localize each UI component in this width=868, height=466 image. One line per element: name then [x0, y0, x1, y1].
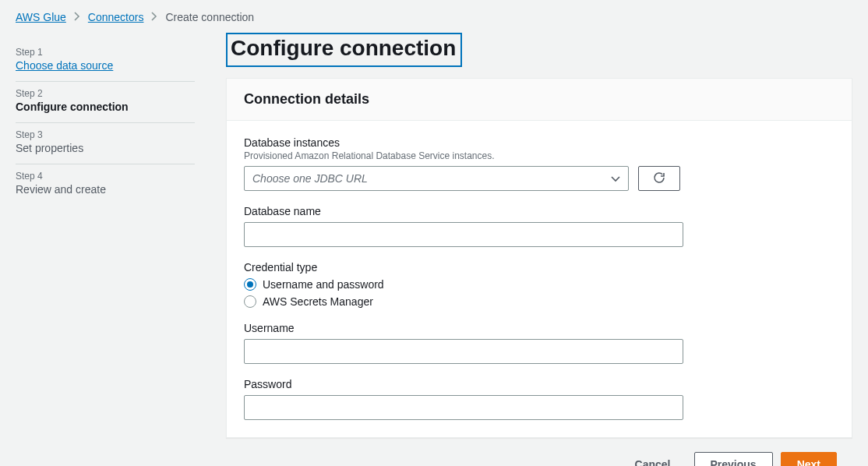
field-label: Username [244, 322, 834, 334]
select-placeholder: Choose one JDBC URL [252, 172, 368, 185]
password-field: Password [244, 378, 834, 420]
radio-label: AWS Secrets Manager [263, 295, 373, 308]
panel-header: Connection details [227, 79, 852, 121]
credential-type-radio-userpass[interactable]: Username and password [244, 278, 834, 291]
refresh-button[interactable] [638, 166, 680, 191]
next-button[interactable]: Next [781, 452, 837, 466]
breadcrumb-section[interactable]: Connectors [88, 11, 144, 23]
radio-label: Username and password [263, 278, 384, 291]
field-label: Credential type [244, 261, 834, 274]
breadcrumb: AWS Glue Connectors Create connection [0, 0, 868, 33]
cancel-button[interactable]: Cancel [619, 452, 686, 466]
step-title: Set properties [16, 142, 195, 154]
field-label: Database name [244, 205, 834, 217]
radio-icon [244, 295, 256, 308]
panel-title: Connection details [244, 91, 834, 108]
connection-details-panel: Connection details Database instances Pr… [226, 78, 852, 438]
wizard-footer: Cancel Previous Next [226, 438, 852, 466]
field-label: Password [244, 378, 834, 390]
step-label: Step 3 [16, 129, 195, 140]
wizard-step-3: Step 3 Set properties [16, 123, 195, 164]
previous-button[interactable]: Previous [694, 452, 773, 466]
caret-down-icon [611, 172, 620, 185]
chevron-right-icon [151, 11, 157, 23]
breadcrumb-root[interactable]: AWS Glue [16, 11, 66, 23]
database-name-field: Database name [244, 205, 834, 247]
breadcrumb-current: Create connection [165, 11, 254, 23]
page-title: Configure connection [226, 33, 462, 67]
step-label: Step 2 [16, 88, 195, 99]
database-instances-field: Database instances Provisioned Amazon Re… [244, 136, 834, 191]
chevron-right-icon [74, 11, 80, 23]
password-input[interactable] [244, 395, 683, 420]
refresh-icon [653, 171, 665, 186]
radio-icon [244, 278, 256, 291]
field-label: Database instances [244, 136, 834, 149]
step-label: Step 4 [16, 171, 195, 182]
step-label: Step 1 [16, 47, 195, 58]
wizard-steps: Step 1 Choose data source Step 2 Configu… [16, 33, 195, 466]
credential-type-radio-secrets[interactable]: AWS Secrets Manager [244, 295, 834, 308]
step-title: Configure connection [16, 101, 195, 113]
database-name-input[interactable] [244, 222, 683, 247]
step-title[interactable]: Choose data source [16, 59, 195, 72]
wizard-step-4: Step 4 Review and create [16, 164, 195, 205]
username-input[interactable] [244, 339, 683, 364]
credential-type-field: Credential type Username and password AW… [244, 261, 834, 308]
wizard-step-1[interactable]: Step 1 Choose data source [16, 41, 195, 82]
wizard-step-2: Step 2 Configure connection [16, 82, 195, 123]
field-description: Provisioned Amazon Relational Database S… [244, 150, 834, 161]
database-instances-select[interactable]: Choose one JDBC URL [244, 166, 629, 191]
username-field: Username [244, 322, 834, 364]
step-title: Review and create [16, 183, 195, 196]
